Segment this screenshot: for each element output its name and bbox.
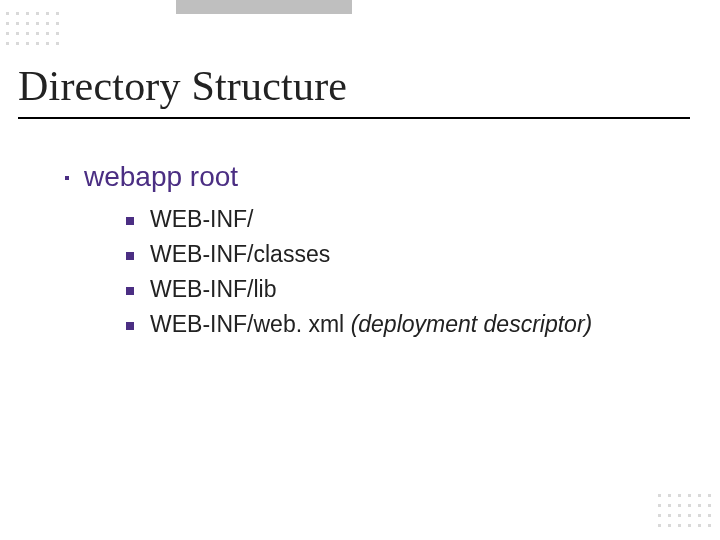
diamond-bullet-icon	[60, 171, 74, 185]
list-item-level2: WEB-INF/web. xml (deployment descriptor)	[126, 311, 592, 338]
list-item-level2: WEB-INF/lib	[126, 276, 592, 303]
list-item-level1: webapp root	[60, 161, 238, 193]
square-bullet-icon	[126, 322, 134, 330]
list-item-level2: WEB-INF/classes	[126, 241, 592, 268]
level2-list: WEB-INF/ WEB-INF/classes WEB-INF/lib WEB…	[126, 206, 592, 346]
slide-title: Directory Structure	[18, 62, 347, 110]
square-bullet-icon	[126, 252, 134, 260]
level1-text: webapp root	[84, 161, 238, 193]
title-underline	[18, 117, 690, 119]
level2-text: WEB-INF/	[150, 206, 254, 233]
square-bullet-icon	[126, 217, 134, 225]
level2-text: WEB-INF/classes	[150, 241, 330, 268]
square-bullet-icon	[126, 287, 134, 295]
list-item-level2: WEB-INF/	[126, 206, 592, 233]
header-shadow-bar	[176, 0, 352, 14]
decorative-dots-top-left	[6, 12, 62, 48]
level2-text: WEB-INF/lib	[150, 276, 277, 303]
decorative-dots-bottom-right	[658, 494, 714, 530]
level2-text: WEB-INF/web. xml (deployment descriptor)	[150, 311, 592, 338]
slide: Directory Structure webapp root WEB-INF/…	[0, 0, 720, 540]
